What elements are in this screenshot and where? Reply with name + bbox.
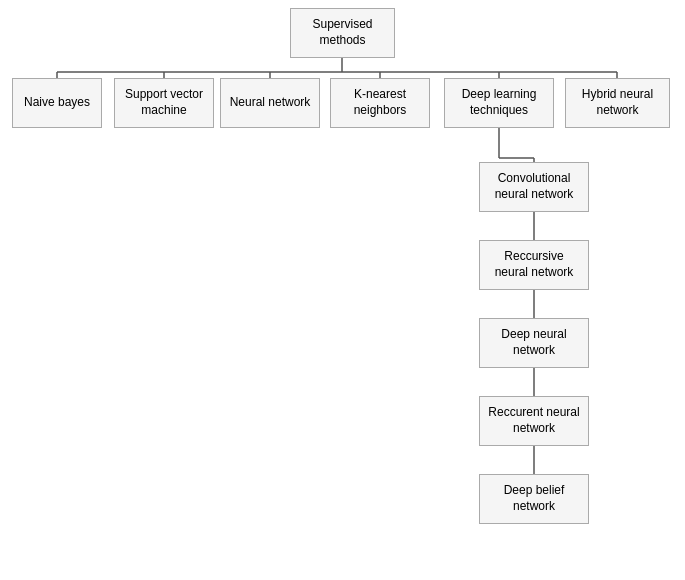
node-root: Supervised methods	[290, 8, 395, 58]
node-neural-network: Neural network	[220, 78, 320, 128]
node-rnn-recursive: Reccursive neural network	[479, 240, 589, 290]
node-deep-learning: Deep learning techniques	[444, 78, 554, 128]
node-naive-bayes: Naive bayes	[12, 78, 102, 128]
diagram: Supervised methods Naive bayes Support v…	[0, 0, 685, 580]
node-svm: Support vector machine	[114, 78, 214, 128]
node-hybrid: Hybrid neural network	[565, 78, 670, 128]
node-dnn: Deep neural network	[479, 318, 589, 368]
node-dbn: Deep belief network	[479, 474, 589, 524]
node-cnn: Convolutional neural network	[479, 162, 589, 212]
node-knn: K-nearest neighbors	[330, 78, 430, 128]
node-rnn-recurrent: Reccurent neural network	[479, 396, 589, 446]
